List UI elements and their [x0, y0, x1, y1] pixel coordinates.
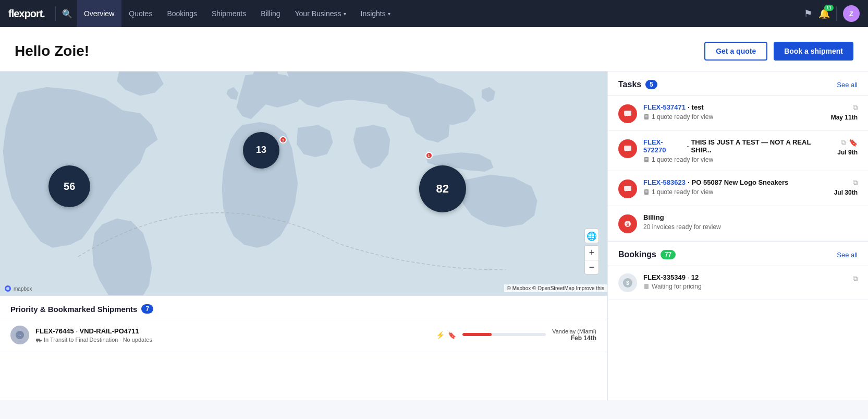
map-attribution: © Mapbox © OpenStreetMap Improve this [504, 284, 607, 292]
header-row: Hello Zoie! Get a quote Book a shipment [0, 27, 868, 71]
nav-divider [55, 6, 56, 21]
task-2-title: FLEX-572270 · THIS IS JUST A TEST — NOT … [643, 138, 831, 154]
booking-status: Waiting for pricing [643, 283, 847, 290]
task-2-content: FLEX-572270 · THIS IS JUST A TEST — NOT … [643, 138, 831, 163]
svg-rect-25 [644, 284, 649, 289]
lightning-icon: ⚡ [436, 331, 445, 339]
nav-item-insights[interactable]: Insights ▾ [353, 0, 398, 27]
zoom-in-button[interactable]: + [584, 245, 599, 260]
progress-bar-fill [462, 333, 492, 336]
priority-shipments-section: Priority & Bookmarked Shipments 7 ·· FLE… [0, 296, 607, 400]
notification-badge: 11 [824, 5, 834, 11]
tasks-panel-title: Tasks 5 [618, 80, 657, 89]
nav-item-quotes[interactable]: Quotes [121, 0, 160, 27]
svg-point-8 [39, 341, 40, 342]
shipment-status: In Transit to Final Destination · No upd… [35, 337, 430, 343]
notifications-icon[interactable]: 🔔 11 [818, 8, 830, 19]
task-2-subtitle: 1 quote ready for view [643, 156, 831, 163]
bookmark-booking-icon[interactable]: ⧉ [853, 274, 858, 282]
map-globe-button[interactable]: 🌐 [584, 229, 599, 243]
bookmark-icon[interactable]: 🔖 [448, 331, 456, 339]
document-icon-booking [643, 283, 650, 290]
page-title: Hello Zoie! [15, 43, 89, 59]
world-map-svg [0, 71, 607, 295]
copy-icon[interactable]: ⧉ [853, 103, 858, 112]
booking-335349-content: FLEX-335349 · 12 Waiting for pricing [643, 273, 847, 290]
nav-item-bookings[interactable]: Bookings [160, 0, 204, 27]
priority-section-title: Priority & Bookmarked Shipments 7 [10, 304, 153, 314]
zoom-out-button[interactable]: − [584, 260, 599, 274]
shipment-content: FLEX-76445 · VND-RAIL-PO4711 In Transit … [35, 327, 430, 343]
shipment-id: FLEX-76445 · VND-RAIL-PO4711 [35, 327, 430, 335]
chevron-down-icon: ▾ [388, 11, 390, 17]
svg-text:$: $ [626, 280, 629, 286]
tasks-see-all-link[interactable]: See all [837, 81, 858, 89]
svg-text:$: $ [626, 222, 629, 227]
mapbox-logo: mapbox [4, 285, 32, 292]
nav-item-shipments[interactable]: Shipments [204, 0, 253, 27]
user-avatar[interactable]: Z [843, 5, 860, 22]
task-billing-subtitle: 20 invoices ready for review [643, 223, 858, 231]
bookings-panel-header: Bookings 77 See all [608, 242, 868, 266]
booking-id: FLEX-335349 · 12 [643, 273, 847, 281]
header-actions: Get a quote Book a shipment [704, 42, 853, 61]
document-icon-3 [643, 189, 650, 195]
divider [836, 6, 837, 21]
shipment-actions: ⚡ 🔖 [436, 331, 456, 339]
chevron-down-icon: ▾ [344, 11, 346, 17]
search-icon[interactable]: 🔍 [62, 9, 72, 19]
bookings-see-all-link[interactable]: See all [837, 251, 858, 259]
document-icon-2 [643, 157, 650, 163]
task-item-flex-572270: FLEX-572270 · THIS IS JUST A TEST — NOT … [608, 131, 868, 171]
priority-section-header: Priority & Bookmarked Shipments 7 [0, 296, 607, 318]
nav-item-overview[interactable]: Overview [77, 0, 121, 27]
map-bubble-americas[interactable]: 56 [48, 165, 90, 207]
task-3-right: ⧉ Jul 30th [834, 178, 858, 196]
svg-rect-9 [624, 111, 631, 116]
main-layout: 56 13 82 1 1 🌐 + − [0, 71, 868, 400]
map-bubble-europe[interactable]: 13 [243, 132, 279, 169]
task-chat-icon-2 [618, 139, 637, 158]
shipment-progress [462, 333, 546, 337]
map-zoom-controls: + − [584, 245, 599, 274]
task-3-content: FLEX-583623 · PO 55087 New Logo Sneakers… [643, 178, 828, 196]
nav-item-your-business[interactable]: Your Business ▾ [288, 0, 353, 27]
tasks-count-badge: 5 [645, 80, 657, 89]
tasks-panel-header: Tasks 5 See all [608, 71, 868, 96]
svg-rect-6 [40, 340, 42, 341]
map-container: 56 13 82 1 1 🌐 + − [0, 71, 607, 296]
shipment-row: ·· FLEX-76445 · VND-RAIL-PO4711 In Trans… [0, 318, 607, 352]
flag-icon[interactable]: ⚑ [804, 8, 812, 19]
task-1-content: FLEX-537471 · test 1 quote ready for vie… [643, 103, 825, 121]
booking-dollar-icon: $ [618, 273, 637, 292]
svg-rect-17 [624, 186, 631, 191]
copy-icon-3[interactable]: ⧉ [853, 178, 858, 187]
booking-item-335349: $ FLEX-335349 · 12 Waiting for pricing ⧉ [608, 266, 868, 300]
task-2-right: ⧉ 🔖 Jul 9th [837, 138, 858, 156]
priority-count-badge: 7 [141, 304, 153, 314]
svg-text:··: ·· [18, 333, 21, 338]
task-billing-content: Billing 20 invoices ready for review [643, 213, 858, 231]
right-column: Tasks 5 See all FLEX-537471 · test 1 quo… [607, 71, 868, 400]
shipment-meta: Vandelay (Miami) Feb 14th [552, 328, 596, 342]
nav-item-billing[interactable]: Billing [253, 0, 287, 27]
task-1-title: FLEX-537471 · test [643, 103, 825, 111]
shipment-avatar: ·· [10, 326, 29, 344]
bookmark-filled-icon[interactable]: 🔖 [849, 138, 858, 147]
task-1-right: ⧉ May 11th [831, 103, 858, 121]
progress-bar-bg [462, 333, 546, 336]
map-alert-asia: 1 [425, 152, 433, 159]
book-shipment-button[interactable]: Book a shipment [774, 42, 853, 61]
svg-point-7 [36, 341, 38, 342]
bookings-count-badge: 77 [661, 250, 676, 259]
task-item-billing: $ Billing 20 invoices ready for review [608, 206, 868, 241]
bookings-panel-title: Bookings 77 [618, 250, 676, 259]
get-quote-button[interactable]: Get a quote [704, 42, 767, 61]
map-bubble-asia[interactable]: 82 [419, 165, 466, 212]
task-1-subtitle: 1 quote ready for view [643, 113, 825, 121]
logo[interactable]: flexport. [8, 8, 45, 20]
task-3-title: FLEX-583623 · PO 55087 New Logo Sneakers [643, 178, 828, 186]
navbar-nav: Overview Quotes Bookings Shipments Billi… [77, 0, 804, 27]
copy-icon-2[interactable]: ⧉ [841, 138, 846, 147]
svg-rect-5 [36, 339, 40, 341]
